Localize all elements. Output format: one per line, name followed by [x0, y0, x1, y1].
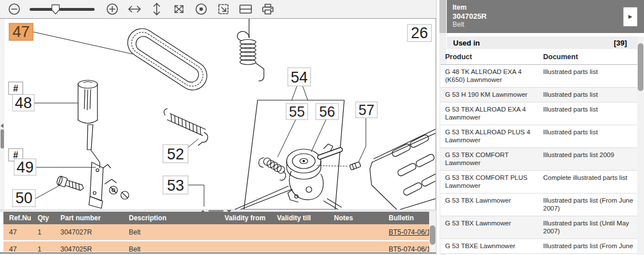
print-icon[interactable]	[260, 2, 275, 16]
panel-vertical-scrollbar[interactable]	[637, 36, 644, 255]
cell-product: G 53 TBXE Lawnmower	[445, 242, 541, 250]
callout-53[interactable]: 53	[163, 176, 188, 194]
col-document: Document	[541, 53, 638, 61]
small-spring-drawing[interactable]	[259, 158, 286, 180]
cell-document: Illustrated parts list (Until May 2007)	[541, 219, 638, 235]
cell-product: G 53 H 190 KM Lawnmower	[445, 91, 541, 98]
resize-window-icon[interactable]	[216, 2, 231, 16]
callout-50[interactable]: 50	[13, 190, 35, 207]
col-bulletin: Bulletin	[384, 214, 429, 222]
cell-document: Illustrated parts list	[541, 105, 638, 121]
used-in-list: Product Document G 48 TK ALLROAD EXA 4 (…	[441, 51, 638, 255]
cell-product: G 53 TBX COMFORT Lawnmower	[445, 151, 541, 167]
lever-drawing[interactable]	[87, 125, 111, 208]
cell-qty: 1	[33, 228, 56, 236]
list-item[interactable]: G 53 TBX COMFORT Lawnmower Illustrated p…	[441, 148, 638, 171]
parts-table: Ref.Nu Qty Part number Description Valid…	[3, 212, 429, 252]
cell-product: G 53 TBX ALLROAD PLUS 4 Lawnmower	[445, 128, 541, 144]
col-description: Description	[124, 214, 220, 222]
parts-table-header: Ref.Nu Qty Part number Description Valid…	[3, 212, 429, 224]
callout-54[interactable]: 54	[288, 68, 311, 86]
cell-notes	[329, 241, 384, 245]
item-panel: Item 3047025R Belt ▶ Used in [39] Produc…	[436, 0, 644, 255]
cell-ref: 47	[3, 241, 33, 252]
callout-hash-48[interactable]: #	[9, 82, 23, 94]
used-in-list-header: Product Document	[441, 51, 638, 65]
col-refnu: Ref.Nu	[3, 214, 33, 222]
diagram-vertical-scrollbar[interactable]	[0, 19, 5, 209]
bulletin-link[interactable]: BT5-074-06/14	[389, 228, 429, 236]
callout-55[interactable]: 55	[286, 104, 308, 120]
deck-drawing[interactable]	[370, 129, 435, 209]
fit-width-icon[interactable]	[127, 2, 142, 16]
callouts: 47 # 48 # 49 50 52 53	[9, 23, 431, 207]
zoom-slider[interactable]	[29, 2, 97, 16]
scroll-arrow-icon[interactable]	[1, 124, 3, 128]
actual-size-icon[interactable]	[194, 2, 209, 16]
zoom-out-icon[interactable]	[7, 2, 22, 16]
bulletin-link[interactable]: BT5-074-06/14	[389, 245, 429, 252]
parts-diagram-canvas: 47 # 48 # 49 50 52 53	[5, 19, 436, 209]
item-number: 3047025R	[453, 12, 638, 20]
cell-product: G 53 TBX COMFORT PLUS Lawnmower	[445, 174, 541, 190]
cell-product: G 48 TK ALLROAD EXA 4 (K650) Lawnmower	[445, 68, 541, 84]
clip-drawings[interactable]	[105, 179, 129, 199]
used-in-label: Used in	[447, 39, 480, 47]
cell-document: Illustrated parts list	[541, 128, 638, 144]
table-row[interactable]: 47 1 3047025R Belt BT5-074-06/14	[3, 241, 429, 252]
col-notes: Notes	[329, 214, 384, 222]
extension-spring-drawing[interactable]	[157, 108, 213, 147]
list-item[interactable]: G 53 TBXE Lawnmower Illustrated parts li…	[441, 239, 638, 254]
fit-page-icon[interactable]	[172, 2, 186, 16]
cell-document: Illustrated parts list (From June 2007)	[541, 196, 638, 212]
list-item[interactable]: G 53 TBX COMFORT PLUS Lawnmower Complete…	[441, 171, 638, 194]
torsion-spring-drawing[interactable]	[237, 19, 264, 81]
cell-validity-from	[220, 241, 272, 245]
col-validity-till: Validity till	[272, 214, 329, 222]
panel-splitter-handle[interactable]	[439, 0, 446, 33]
fit-height-icon[interactable]	[149, 2, 164, 16]
col-part-number: Part number	[56, 214, 124, 222]
list-item[interactable]: G 53 TBX Lawnmower Illustrated parts lis…	[441, 216, 638, 239]
bottom-scrollbar[interactable]	[0, 252, 436, 254]
callout-52[interactable]: 52	[163, 145, 188, 163]
list-item[interactable]: G 53 TBX Lawnmower Illustrated parts lis…	[441, 194, 638, 216]
cell-document: Illustrated parts list (From June	[541, 242, 638, 250]
cell-part-number: 3047027R	[56, 228, 124, 236]
cell-ref: 47	[3, 228, 33, 236]
parts-diagram: 47 # 48 # 49 50 52 53	[5, 19, 435, 209]
bolt-drawing[interactable]	[56, 175, 85, 192]
table-row[interactable]: 47 1 3047027R Belt BT5-074-06/14	[3, 224, 429, 241]
grip-drawing[interactable]	[78, 80, 97, 124]
callout-56[interactable]: 56	[316, 104, 339, 120]
expand-item-button[interactable]: ▶	[623, 7, 638, 27]
col-validity-from: Validity from	[220, 214, 272, 222]
split-view-icon[interactable]	[238, 2, 253, 16]
bottom-edge	[0, 252, 436, 255]
table-vertical-scrollbar[interactable]	[429, 212, 436, 252]
belt-drawing[interactable]	[123, 23, 213, 96]
scrollbar-thumb[interactable]	[638, 43, 643, 91]
col-product: Product	[445, 53, 541, 61]
list-item[interactable]: G 53 TBX ALLROAD EXA 4 Lawnmower Illustr…	[441, 102, 638, 125]
callout-47[interactable]: 47	[9, 23, 33, 40]
scrollbar-thumb[interactable]	[430, 225, 435, 245]
list-item[interactable]: G 48 TK ALLROAD EXA 4 (K650) Lawnmower I…	[441, 65, 638, 88]
cell-document: Complete illustrated parts list	[541, 174, 638, 190]
cell-document: Illustrated parts list 2009	[541, 151, 638, 167]
list-item[interactable]: G 53 H 190 KM Lawnmower Illustrated part…	[441, 88, 638, 102]
callout-48[interactable]: 48	[13, 94, 34, 112]
callout-26[interactable]: 26	[407, 24, 431, 42]
cell-product: G 53 TBX Lawnmower	[445, 196, 541, 212]
callout-57[interactable]: 57	[356, 102, 377, 118]
used-in-section-header[interactable]: Used in [39]	[447, 36, 644, 49]
zoom-in-icon[interactable]	[105, 2, 120, 16]
cell-document: Illustrated parts list	[541, 68, 638, 84]
callout-49[interactable]: 49	[14, 159, 36, 176]
diagram-artwork	[56, 19, 435, 209]
list-item[interactable]: G 53 TBX ALLROAD PLUS 4 Lawnmower Illust…	[441, 125, 638, 148]
scrollbar-thumb[interactable]	[1, 129, 4, 149]
cell-product: G 53 TBX ALLROAD EXA 4 Lawnmower	[445, 105, 541, 121]
item-header: Item 3047025R Belt ▶	[447, 0, 644, 33]
col-qty: Qty	[33, 214, 56, 222]
